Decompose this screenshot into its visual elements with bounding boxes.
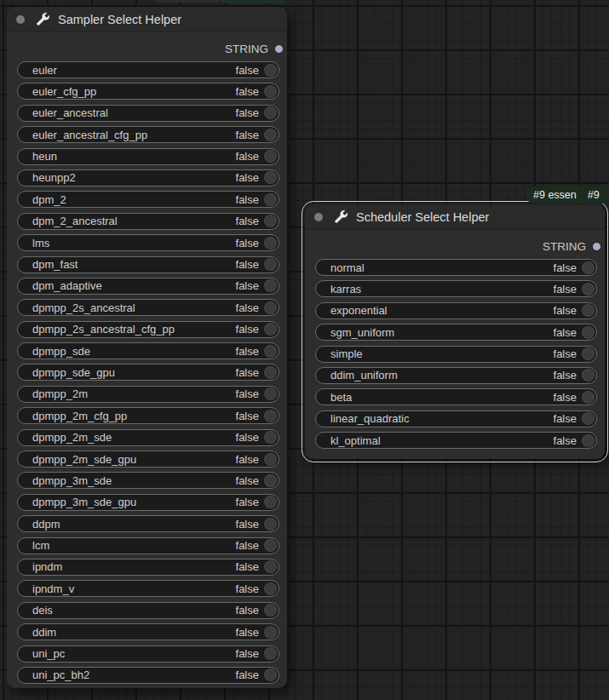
toggle-widget-dpm_2[interactable]: dpm_2false — [17, 191, 279, 208]
toggle-knob-icon[interactable] — [264, 64, 277, 77]
node-titlebar[interactable]: Sampler Select Helper — [7, 7, 287, 32]
toggle-knob-icon[interactable] — [264, 539, 277, 552]
toggle-widget-lms[interactable]: lmsfalse — [17, 234, 279, 251]
output-connector-icon[interactable] — [274, 44, 284, 54]
toggle-knob-icon[interactable] — [264, 258, 277, 271]
toggle-knob-icon[interactable] — [264, 193, 277, 206]
toggle-widget-deis[interactable]: deisfalse — [17, 602, 279, 619]
toggle-knob-icon[interactable] — [582, 283, 595, 295]
toggle-knob-icon[interactable] — [264, 301, 277, 314]
toggle-widget-dpmpp_2s_ancestral_cfg_pp[interactable]: dpmpp_2s_ancestral_cfg_ppfalse — [17, 321, 279, 338]
toggle-widget-ipndm[interactable]: ipndmfalse — [17, 559, 279, 576]
toggle-knob-icon[interactable] — [264, 496, 277, 508]
toggle-widget-dpm_adaptive[interactable]: dpm_adaptivefalse — [17, 278, 279, 295]
toggle-widget-dpmpp_2m_sde[interactable]: dpmpp_2m_sdefalse — [17, 429, 279, 446]
toggle-knob-icon[interactable] — [264, 323, 277, 336]
toggle-widget-lcm[interactable]: lcmfalse — [17, 537, 279, 554]
toggle-widget-uni_pc[interactable]: uni_pcfalse — [17, 645, 279, 663]
toggle-widget-dpmpp_2m[interactable]: dpmpp_2mfalse — [17, 386, 279, 403]
toggle-knob-icon[interactable] — [264, 647, 277, 660]
node-scheduler-select-helper[interactable]: Scheduler Select Helper STRING normalfal… — [305, 204, 605, 459]
toggle-knob-icon[interactable] — [264, 431, 277, 444]
toggle-knob-icon[interactable] — [582, 261, 595, 274]
toggle-widget-heunpp2[interactable]: heunpp2false — [17, 169, 279, 186]
toggle-widget-dpm_fast[interactable]: dpm_fastfalse — [17, 256, 279, 273]
toggle-widget-karras[interactable]: karrasfalse — [315, 280, 597, 297]
toggle-knob-icon[interactable] — [264, 345, 277, 358]
toggle-widget-normal[interactable]: normalfalse — [315, 259, 597, 276]
toggle-widget-exponential[interactable]: exponentialfalse — [315, 302, 597, 319]
toggle-knob-icon[interactable] — [264, 518, 277, 531]
toggle-knob-icon[interactable] — [264, 474, 277, 487]
toggle-widget-dpm_2_ancestral[interactable]: dpm_2_ancestralfalse — [17, 213, 279, 230]
toggle-knob-icon[interactable] — [264, 215, 277, 227]
widget-value: false — [236, 539, 259, 552]
node-editor-canvas[interactable]: { "colors": { "canvas_bg": "#232323", "g… — [0, 0, 609, 700]
toggle-widget-dpmpp_2m_cfg_pp[interactable]: dpmpp_2m_cfg_ppfalse — [17, 407, 279, 424]
toggle-knob-icon[interactable] — [264, 171, 277, 184]
toggle-widget-heun[interactable]: heunfalse — [17, 148, 279, 165]
widget-label: dpm_2_ancestral — [32, 215, 236, 227]
toggle-widget-ddim[interactable]: ddimfalse — [17, 623, 279, 640]
toggle-knob-icon[interactable] — [264, 604, 277, 617]
toggle-widget-ddpm[interactable]: ddpmfalse — [17, 515, 279, 532]
toggle-knob-icon[interactable] — [264, 668, 277, 681]
toggle-widget-dpmpp_sde[interactable]: dpmpp_sdefalse — [17, 342, 279, 359]
toggle-knob-icon[interactable] — [264, 560, 277, 573]
toggle-knob-icon[interactable] — [264, 366, 277, 379]
toggle-knob-icon[interactable] — [264, 453, 277, 466]
widget-label: dpmpp_sde — [32, 345, 236, 358]
widget-value: false — [236, 215, 259, 227]
toggle-knob-icon[interactable] — [582, 304, 595, 317]
widget-value: false — [236, 258, 259, 271]
toggle-widget-euler_cfg_pp[interactable]: euler_cfg_ppfalse — [17, 83, 279, 100]
toggle-widget-ipndm_v[interactable]: ipndm_vfalse — [17, 580, 279, 597]
toggle-knob-icon[interactable] — [582, 412, 595, 425]
toggle-knob-icon[interactable] — [264, 387, 277, 400]
toggle-widget-dpmpp_sde_gpu[interactable]: dpmpp_sde_gpufalse — [17, 364, 279, 381]
widget-value: false — [236, 171, 259, 184]
toggle-knob-icon[interactable] — [582, 326, 595, 339]
toggle-widget-dpmpp_2s_ancestral[interactable]: dpmpp_2s_ancestralfalse — [17, 299, 279, 316]
badge-id: #9 — [588, 189, 600, 201]
toggle-widget-euler_ancestral[interactable]: euler_ancestralfalse — [17, 105, 279, 122]
node-titlebar[interactable]: Scheduler Select Helper — [305, 204, 605, 230]
toggle-widget-kl_optimal[interactable]: kl_optimalfalse — [315, 432, 597, 449]
widget-value: false — [236, 626, 259, 639]
toggle-widget-dpmpp_3m_sde_gpu[interactable]: dpmpp_3m_sde_gpufalse — [17, 494, 279, 511]
toggle-knob-icon[interactable] — [264, 237, 277, 250]
toggle-knob-icon[interactable] — [264, 626, 277, 639]
widget-label: dpmpp_sde_gpu — [32, 366, 236, 379]
widget-label: euler_cfg_pp — [32, 85, 236, 98]
collapse-dot[interactable] — [314, 213, 323, 221]
toggle-knob-icon[interactable] — [264, 582, 277, 595]
toggle-widget-euler[interactable]: eulerfalse — [17, 61, 279, 78]
toggle-knob-icon[interactable] — [264, 106, 277, 119]
toggle-knob-icon[interactable] — [582, 347, 595, 360]
toggle-widget-euler_ancestral_cfg_pp[interactable]: euler_ancestral_cfg_ppfalse — [17, 126, 279, 143]
toggle-knob-icon[interactable] — [264, 150, 277, 163]
toggle-knob-icon[interactable] — [264, 129, 277, 141]
toggle-widget-sgm_uniform[interactable]: sgm_uniformfalse — [315, 324, 597, 341]
toggle-widget-dpmpp_2m_sde_gpu[interactable]: dpmpp_2m_sde_gpufalse — [17, 450, 279, 468]
toggle-widget-simple[interactable]: simplefalse — [315, 346, 597, 363]
widget-label: ddpm — [32, 518, 236, 531]
toggle-knob-icon[interactable] — [582, 391, 595, 404]
widget-list: normalfalsekarrasfalseexponentialfalsesg… — [305, 257, 605, 459]
toggle-knob-icon[interactable] — [264, 410, 277, 422]
toggle-widget-ddim_uniform[interactable]: ddim_uniformfalse — [315, 367, 597, 384]
toggle-widget-beta[interactable]: betafalse — [315, 388, 597, 405]
node-sampler-select-helper[interactable]: Sampler Select Helper STRING eulerfalsee… — [7, 7, 287, 688]
widget-label: dpm_fast — [32, 258, 236, 271]
toggle-knob-icon[interactable] — [582, 434, 595, 447]
toggle-knob-icon[interactable] — [264, 279, 277, 292]
toggle-widget-dpmpp_3m_sde[interactable]: dpmpp_3m_sdefalse — [17, 472, 279, 489]
collapse-dot[interactable] — [16, 15, 25, 24]
toggle-widget-uni_pc_bh2[interactable]: uni_pc_bh2false — [17, 667, 279, 684]
toggle-widget-linear_quadratic[interactable]: linear_quadraticfalse — [315, 410, 597, 427]
widget-value: false — [236, 560, 259, 573]
toggle-knob-icon[interactable] — [264, 85, 277, 98]
toggle-knob-icon[interactable] — [582, 369, 595, 382]
widget-label: euler — [32, 64, 236, 77]
output-connector-icon[interactable] — [592, 242, 601, 251]
